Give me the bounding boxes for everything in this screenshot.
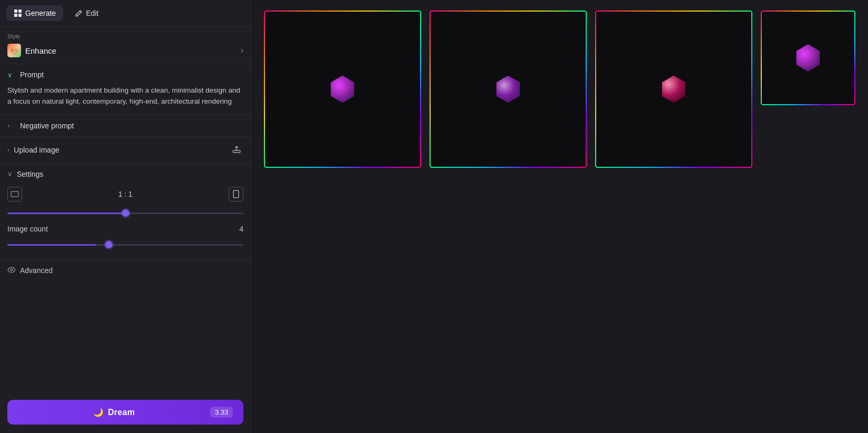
image-card-4[interactable] [761,11,855,105]
eye-icon [7,266,16,275]
advanced-label: Advanced [20,266,53,275]
aspect-ratio-slider-container [7,207,243,216]
upload-title: Upload image [14,146,59,154]
svg-rect-4 [233,150,240,153]
image-count-slider-container [7,238,243,248]
aspect-ratio-slider[interactable] [7,213,243,214]
upload-chevron-icon: › [7,146,9,154]
image-card-1[interactable] [264,11,421,168]
aspect-portrait-icon[interactable] [229,187,243,202]
generate-nav-btn[interactable]: Generate [6,5,63,21]
svg-rect-0 [14,9,17,13]
aspect-ratio-value: 1 : 1 [118,190,132,198]
right-panel [251,0,868,433]
svg-rect-2 [14,14,17,17]
image-count-row: Image count 4 [7,225,243,233]
upload-button[interactable] [230,143,243,157]
edit-icon [75,9,83,17]
settings-chevron-icon: ∨ [7,170,13,178]
style-label: Style [7,33,243,39]
style-name: Enhance [25,46,56,55]
dream-button[interactable]: 🌙 Dream 3.33 [7,400,243,425]
prompt-section-title: Prompt [20,71,44,79]
upload-row[interactable]: › Upload image [0,137,251,164]
style-row: Style 🎨 Enhance › [0,27,251,64]
prompt-chevron-icon: ∨ [7,71,16,79]
svg-rect-6 [233,190,239,198]
upload-icon [232,144,241,154]
gem-2 [495,76,522,103]
image-count-value: 4 [239,225,243,233]
gem-4 [794,44,822,72]
dream-cost: 3.33 [210,407,233,418]
advanced-row[interactable]: Advanced [0,260,251,280]
negative-prompt-title: Negative prompt [20,122,74,130]
image-card-2[interactable] [430,11,587,168]
aspect-ratio-row: 1 : 1 [7,187,243,202]
prompt-text[interactable]: Stylish and modern apartment building wi… [7,85,243,107]
aspect-landscape-icon[interactable] [7,187,22,202]
settings-header[interactable]: ∨ Settings [7,164,243,187]
svg-rect-3 [18,14,22,17]
prompt-content: Stylish and modern apartment building wi… [0,85,251,115]
negative-prompt-section: › Negative prompt [0,115,251,137]
style-icon: 🎨 [7,44,21,57]
negative-prompt-header[interactable]: › Negative prompt [0,115,251,136]
prompt-section-header[interactable]: ∨ Prompt [0,64,251,85]
style-selector[interactable]: 🎨 Enhance › [7,43,243,58]
image-card-3[interactable] [595,11,752,168]
moon-icon: 🌙 [93,407,104,417]
settings-title: Settings [17,170,44,178]
gem-1 [329,76,356,103]
left-panel: Generate Edit Style 🎨 Enhance › ∨ [0,0,251,433]
grid-icon [14,9,22,17]
gem-3 [660,76,688,103]
negative-prompt-chevron-icon: › [7,122,16,129]
image-count-label: Image count [7,225,48,233]
panel-content: Style 🎨 Enhance › ∨ Prompt Stylish and m… [0,27,251,394]
dream-btn-container: 🌙 Dream 3.33 [0,394,251,433]
settings-section: ∨ Settings 1 : 1 [0,164,251,260]
top-nav: Generate Edit [0,0,251,27]
prompt-section: ∨ Prompt Stylish and modern apartment bu… [0,64,251,115]
svg-rect-1 [18,9,22,13]
image-count-slider[interactable] [7,244,243,246]
svg-point-7 [11,269,13,271]
edit-nav-btn[interactable]: Edit [67,5,106,21]
svg-rect-5 [11,192,18,197]
chevron-right-icon: › [241,46,243,55]
dream-label: Dream [108,408,135,417]
